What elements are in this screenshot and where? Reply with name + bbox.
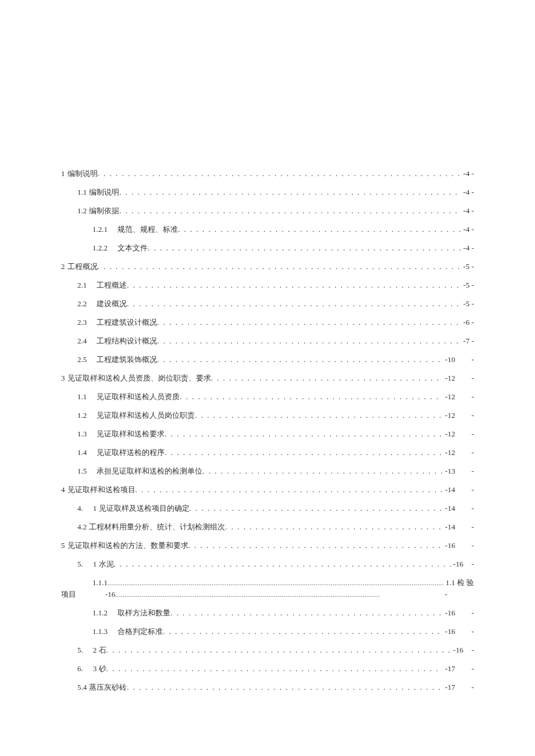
toc-dash: - (472, 504, 474, 513)
toc-leader-dots: . . . . . . . . . . . . . . . . . . . . … (127, 299, 461, 309)
toc-title: 编制依据 (89, 206, 119, 216)
toc-entry: 5. 2 石. . . . . . . . . . . . . . . . . … (61, 645, 474, 655)
toc-number: 4. (77, 504, 83, 513)
toc-leader-dots: . . . . . . . . . . . . . . . . . . . . … (211, 374, 443, 383)
toc-entry: 1.2.2 文本文件. . . . . . . . . . . . . . . … (61, 243, 474, 253)
toc-number: 2.2 (77, 299, 87, 309)
toc-gap (87, 280, 94, 291)
table-of-contents: 1编制说明. . . . . . . . . . . . . . . . . .… (61, 169, 474, 693)
toc-leader-dots: ........................................… (115, 591, 444, 598)
toc-leader-dots: . . . . . . . . . . . . . . . . . . . . … (106, 664, 443, 673)
toc-number: 2.5 (77, 355, 87, 364)
toc-page: -14 (445, 485, 455, 495)
toc-number: 1.3 (77, 429, 87, 439)
toc-page: -14 (445, 522, 455, 532)
toc-gap (87, 466, 94, 476)
toc-leader-dots: . . . . . . . . . . . . . . . . . . . . … (202, 467, 443, 476)
toc-title: 规范、规程、标准 (117, 224, 178, 235)
toc-page: -5 - (463, 262, 474, 271)
toc-number: 5. (77, 560, 83, 569)
toc-leader-dots: . . . . . . . . . . . . . . . . . . . . … (190, 504, 443, 513)
toc-page: -16 (445, 608, 455, 618)
toc-title: 工程结构设计概况 (97, 336, 157, 346)
toc-entry: 4.2工程材料用量分析、统计、计划检测组次. . . . . . . . . .… (61, 522, 474, 532)
toc-entry: 2.4 工程结构设计概况. . . . . . . . . . . . . . … (61, 336, 474, 346)
toc-number: 1 (61, 169, 65, 178)
toc-title: 工程概述 (97, 280, 127, 291)
toc-leader-dots: . . . . . . . . . . . . . . . . . . . . … (157, 355, 443, 364)
toc-title: 项目 (61, 589, 76, 600)
toc-gap (108, 626, 115, 637)
toc-dash: - (472, 541, 474, 550)
toc-page: 1.1 检 验 (445, 578, 474, 588)
toc-entry: 1编制说明. . . . . . . . . . . . . . . . . .… (61, 169, 474, 179)
toc-gap (87, 429, 94, 439)
toc-title: 编制说明 (67, 169, 98, 179)
toc-number: 2 (61, 262, 65, 271)
toc-leader-dots: . . . . . . . . . . . . . . . . . . . . … (119, 188, 461, 197)
toc-dash: - (472, 392, 474, 402)
toc-leader-dots: ........................................… (108, 579, 443, 586)
toc-entry: 6. 3 砂. . . . . . . . . . . . . . . . . … (61, 664, 474, 674)
toc-page: -5 - (463, 299, 474, 309)
toc-dash: - (472, 608, 474, 618)
toc-title: 工程建筑设计概况 (97, 317, 157, 328)
toc-leader-dots: . . . . . . . . . . . . . . . . . . . . … (170, 608, 443, 618)
toc-page: -16 (105, 590, 115, 599)
toc-page: -16 (445, 627, 455, 636)
toc-number: 3 (61, 374, 65, 383)
toc-page: -5 - (463, 281, 474, 290)
toc-number: 1.2 (77, 206, 87, 216)
toc-gap (83, 559, 91, 569)
toc-page: -17 (445, 664, 455, 673)
toc-title: 承担见证取样和送检的检测单位 (97, 466, 202, 476)
toc-entry-wrapped: 1.1.1...................................… (61, 578, 474, 600)
toc-page: -12 (445, 411, 455, 420)
toc-gap (83, 645, 91, 655)
toc-title: 编制说明 (89, 187, 119, 198)
toc-gap (108, 608, 115, 618)
toc-number: 1.1.2 (92, 608, 108, 618)
toc-leader-dots: . . . . . . . . . . . . . . . . . . . . … (119, 206, 461, 216)
toc-dash: - (472, 627, 474, 636)
toc-leader-dots: . . . . . . . . . . . . . . . . . . . . … (163, 627, 443, 636)
toc-number: 1.1 (77, 188, 87, 197)
toc-page: -10 (445, 355, 455, 364)
toc-page: -17 (445, 683, 455, 692)
toc-entry: 1.5 承担见证取样和送检的检测单位. . . . . . . . . . . … (61, 466, 474, 476)
toc-leader-dots: . . . . . . . . . . . . . . . . . . . . … (195, 411, 443, 420)
toc-leader-dots: . . . . . . . . . . . . . . . . . . . . … (127, 683, 443, 692)
toc-page: -16 (453, 560, 463, 569)
toc-leader-dots: . . . . . . . . . . . . . . . . . . . . … (148, 243, 461, 253)
toc-entry: 1.4 见证取样送检的程序. . . . . . . . . . . . . .… (61, 447, 474, 458)
toc-title: 文本文件 (117, 243, 148, 253)
toc-title: 见证取样和送检人员资质 (97, 392, 180, 402)
toc-leader-dots: . . . . . . . . . . . . . . . . . . . . … (106, 646, 451, 655)
toc-leader-dots: . . . . . . . . . . . . . . . . . . . . … (114, 560, 451, 569)
toc-title: 见证取样和送检要求 (97, 429, 165, 439)
toc-gap (108, 224, 115, 235)
toc-number: 4.2 (77, 522, 87, 532)
toc-title: 合格判定标准 (117, 626, 163, 637)
toc-entry: 2.2 建设概况. . . . . . . . . . . . . . . . … (61, 299, 474, 309)
toc-number: 2.4 (77, 336, 87, 346)
toc-dash: - (472, 683, 474, 692)
toc-number: 6. (77, 664, 83, 673)
toc-gap (87, 354, 94, 365)
toc-title: 3 砂 (93, 664, 106, 674)
toc-leader-dots: . . . . . . . . . . . . . . . . . . . . … (135, 485, 443, 495)
toc-leader-dots: . . . . . . . . . . . . . . . . . . . . … (98, 262, 461, 271)
toc-title: 见证取样和送检的方法、数量和要求 (67, 540, 188, 551)
toc-title: 见证取样和送检人员岗位职责 (97, 410, 195, 421)
toc-page: -7 - (463, 336, 474, 346)
toc-entry: 1.1编制说明. . . . . . . . . . . . . . . . .… (61, 187, 474, 198)
toc-number: 2.1 (77, 281, 87, 290)
toc-page: -12 (445, 429, 455, 439)
toc-entry: 1.2编制依据. . . . . . . . . . . . . . . . .… (61, 206, 474, 216)
toc-dash: - (472, 467, 474, 476)
toc-dash: - (472, 374, 474, 383)
toc-leader-dots: . . . . . . . . . . . . . . . . . . . . … (165, 429, 443, 439)
toc-title: 建设概况 (97, 299, 127, 309)
toc-leader-dots: . . . . . . . . . . . . . . . . . . . . … (98, 169, 461, 178)
toc-title: 2 石 (93, 645, 106, 655)
